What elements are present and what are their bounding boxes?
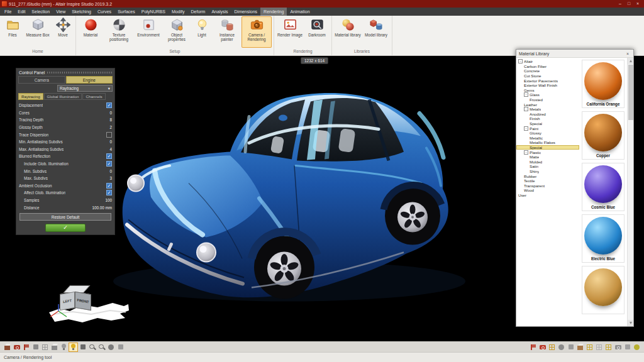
object-properties-button[interactable]: Object properties: [163, 16, 191, 48]
menu-file[interactable]: File: [1, 8, 14, 16]
instance-painter-button[interactable]: Instance painter: [213, 16, 241, 48]
material-swatch[interactable]: [582, 266, 625, 314]
engine-select[interactable]: Raytracing ▾: [57, 85, 113, 92]
tree-item-gems[interactable]: Gems: [516, 88, 579, 93]
swatch-scrollbar[interactable]: [627, 58, 633, 326]
snap-grid-icon[interactable]: [586, 343, 594, 351]
menu-surfaces[interactable]: Surfaces: [114, 8, 138, 16]
material-button[interactable]: Material: [78, 16, 103, 48]
menu-selection[interactable]: Selection: [28, 8, 53, 16]
material-swatch-cosmic-blue[interactable]: Cosmic Blue: [582, 163, 625, 211]
apply-button[interactable]: ✓: [45, 224, 86, 232]
layout-grid-icon[interactable]: [604, 343, 613, 351]
history-icon[interactable]: [567, 343, 575, 351]
scroll-up-icon[interactable]: [628, 58, 633, 64]
scroll-down-icon[interactable]: [628, 320, 633, 326]
material-swatch-california-orange[interactable]: California Orange: [582, 60, 625, 108]
value-samples[interactable]: 100: [105, 198, 112, 202]
viewcube-front-face[interactable]: FRONT: [75, 292, 91, 311]
shadow-toggle-icon[interactable]: [79, 343, 87, 351]
camera-projection-icon[interactable]: [13, 343, 21, 351]
units-icon[interactable]: [595, 343, 603, 351]
material-swatch-electric-blue[interactable]: Electric Blue: [582, 214, 625, 263]
render-queue-icon[interactable]: [538, 343, 547, 351]
menu-deform[interactable]: Deform: [188, 8, 209, 16]
tree-item-user[interactable]: User: [516, 193, 579, 198]
tree-item-cut-stone[interactable]: Cut Stone: [516, 74, 579, 79]
screen-capture-icon[interactable]: [614, 343, 622, 351]
value-tracing-depth[interactable]: 8: [109, 118, 112, 122]
tree-item-exterior-wall-finish[interactable]: Exterior Wall Finish: [516, 83, 579, 88]
checkbox-blurred-reflection[interactable]: ✓: [106, 153, 112, 159]
tree-item-carbon-fiber[interactable]: Carbon Fiber: [516, 64, 579, 69]
minimize-button[interactable]: –: [616, 0, 625, 8]
orbit-icon[interactable]: [107, 343, 115, 351]
scrollbar-thumb[interactable]: [628, 65, 633, 120]
tree-item-glossy[interactable]: Glossy: [516, 131, 579, 136]
tree-item-molded[interactable]: Molded: [516, 159, 579, 164]
move-button[interactable]: Move: [52, 16, 74, 48]
tree-item-exterior-pavements[interactable]: Exterior Pavements: [516, 78, 579, 83]
menu-animation[interactable]: Animation: [287, 8, 313, 16]
model-library-button[interactable]: Model library: [362, 16, 390, 48]
grid-toggle-icon[interactable]: [41, 343, 49, 351]
tree-item-leather[interactable]: Leather: [516, 102, 579, 107]
measure-box-button[interactable]: Measure Box: [24, 16, 52, 48]
tab-engine[interactable]: Engine: [66, 76, 113, 84]
tree-item-special[interactable]: Special: [516, 145, 579, 150]
tab-camera[interactable]: Camera: [18, 76, 65, 84]
zoom-window-icon[interactable]: [97, 343, 106, 351]
value-max-subdivs[interactable]: 3: [109, 176, 112, 180]
checkbox-displacement[interactable]: ✓: [106, 102, 112, 108]
texture-positioning-button[interactable]: Texture positioning: [104, 16, 134, 48]
tree-item-metallic[interactable]: Metallic: [516, 136, 579, 141]
render-region-icon[interactable]: [22, 343, 30, 351]
value-glossy-depth[interactable]: 2: [109, 125, 112, 129]
tree-expander-icon[interactable]: -: [524, 107, 528, 111]
darkroom-button[interactable]: Darkroom: [304, 16, 330, 48]
tree-item-special[interactable]: Special: [516, 121, 579, 126]
panel-grip[interactable]: [47, 72, 112, 74]
close-icon[interactable]: ×: [625, 52, 631, 56]
checkbox-trace-dispersion[interactable]: [106, 132, 112, 138]
checkbox-ambient-occlusion[interactable]: ✓: [106, 183, 112, 189]
tree-item-altair[interactable]: -Altair: [516, 59, 579, 64]
zoom-fit-icon[interactable]: [88, 343, 96, 351]
menu-edit[interactable]: Edit: [14, 8, 28, 16]
menu-dimensions[interactable]: Dimensions: [231, 8, 261, 16]
checkbox-include-glob-illumination[interactable]: ✓: [106, 161, 112, 167]
value-max-antialiasing-subdivs[interactable]: 4: [109, 147, 112, 151]
tree-expander-icon[interactable]: -: [524, 126, 528, 131]
material-swatch-copper[interactable]: Copper: [582, 111, 625, 160]
tree-expander-icon[interactable]: -: [524, 150, 528, 155]
view-cube[interactable]: LEFT FRONT: [58, 285, 96, 320]
tree-item-satin[interactable]: Satin: [516, 164, 579, 169]
display-mode-icon[interactable]: [3, 343, 11, 351]
menu-curves[interactable]: Curves: [94, 8, 114, 16]
tree-item-finish[interactable]: Finish: [516, 116, 579, 121]
tree-expander-icon[interactable]: -: [518, 59, 523, 63]
menu-modify[interactable]: Modify: [169, 8, 188, 16]
browser-icon[interactable]: [576, 343, 584, 351]
ground-plane-icon[interactable]: [31, 343, 40, 351]
tree-item-frosted[interactable]: Frosted: [516, 97, 579, 102]
animation-icon[interactable]: [557, 343, 565, 351]
menu-rendering[interactable]: Rendering: [260, 8, 287, 16]
tree-item-metals[interactable]: -Metals: [516, 107, 579, 112]
axes-toggle-icon[interactable]: [50, 343, 58, 351]
maximize-button[interactable]: □: [625, 0, 633, 8]
restore-default-button[interactable]: Restore Default: [19, 213, 111, 221]
turntable-icon[interactable]: [548, 343, 556, 351]
tree-item-glass[interactable]: -Glass: [516, 92, 579, 97]
value-distance[interactable]: 100.00 mm: [92, 206, 113, 210]
value-min-subdivs[interactable]: 0: [109, 169, 112, 173]
tree-item-concrete[interactable]: Concrete: [516, 69, 579, 74]
environment-button[interactable]: Environment: [135, 16, 162, 48]
tree-item-anodized[interactable]: Anodized: [516, 112, 579, 117]
tree-expander-icon[interactable]: -: [524, 92, 528, 97]
tree-item-shiny[interactable]: Shiny: [516, 169, 579, 174]
pan-icon[interactable]: [116, 343, 125, 351]
camera-rendering-button[interactable]: Camera / Rendering: [242, 16, 272, 48]
tree-item-textile[interactable]: Textile: [516, 178, 579, 184]
tree-item-metallic-flakes[interactable]: Metallic Flakes: [516, 140, 579, 145]
